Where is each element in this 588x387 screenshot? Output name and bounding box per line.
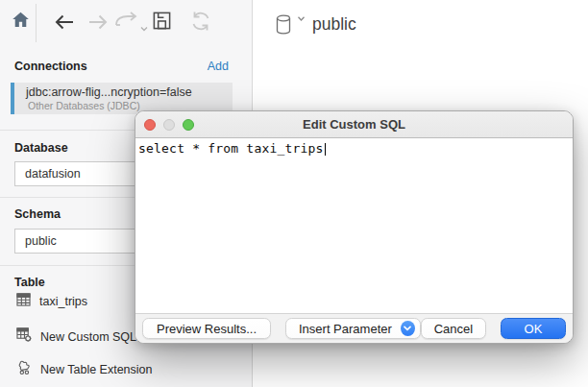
schema-dropdown-caret-icon[interactable] bbox=[298, 14, 305, 23]
connections-header-row: Connections Add bbox=[14, 60, 229, 73]
new-table-extension-label: New Table Extension bbox=[40, 363, 153, 376]
new-table-extension-item[interactable]: New Table Extension bbox=[16, 360, 153, 379]
home-icon[interactable] bbox=[11, 10, 31, 34]
sql-text[interactable]: select * from taxi_trips bbox=[138, 141, 324, 156]
schema-header-label: public bbox=[312, 14, 356, 35]
back-icon[interactable] bbox=[53, 11, 76, 37]
new-custom-sql-label: New Custom SQL bbox=[40, 330, 136, 344]
dialog-title: Edit Custom SQL bbox=[303, 117, 405, 132]
schema-section-label: Schema bbox=[14, 207, 61, 221]
table-section-label: Table bbox=[14, 276, 45, 289]
table-item-taxi-trips[interactable]: taxi_trips bbox=[16, 293, 87, 310]
ok-button[interactable]: OK bbox=[501, 318, 566, 339]
database-cylinder-icon[interactable] bbox=[276, 14, 291, 38]
toolbar bbox=[0, 0, 252, 46]
insert-parameter-button[interactable]: Insert Parameter bbox=[285, 318, 421, 339]
redo-icon[interactable] bbox=[114, 12, 139, 35]
sql-editor-area[interactable]: select * from taxi_trips bbox=[135, 139, 573, 313]
insert-parameter-chevron-icon[interactable] bbox=[401, 321, 415, 336]
app-window: Connections Add jdbc:arrow-flig...ncrypt… bbox=[0, 0, 588, 387]
database-section-label: Database bbox=[14, 141, 68, 155]
dialog-titlebar[interactable]: Edit Custom SQL bbox=[135, 111, 573, 138]
add-connection-link[interactable]: Add bbox=[208, 60, 229, 73]
connection-title: jdbc:arrow-flig...ncryption=false bbox=[26, 85, 233, 100]
preview-results-button[interactable]: Preview Results... bbox=[142, 318, 271, 339]
dialog-footer: Preview Results... Insert Parameter Canc… bbox=[135, 313, 573, 343]
database-select-value: datafusion bbox=[25, 167, 81, 181]
new-custom-sql-icon bbox=[16, 327, 32, 346]
forward-icon[interactable] bbox=[86, 11, 110, 37]
schema-select-value: public bbox=[25, 234, 57, 248]
zoom-window-icon[interactable] bbox=[183, 119, 194, 131]
toolbar-divider bbox=[36, 4, 37, 42]
text-cursor bbox=[325, 143, 326, 156]
minimize-window-icon bbox=[163, 119, 175, 131]
redo-dropdown-caret-icon[interactable] bbox=[140, 18, 148, 36]
new-custom-sql-item[interactable]: New Custom SQL bbox=[16, 327, 136, 346]
table-grid-icon bbox=[16, 293, 31, 310]
edit-custom-sql-dialog: Edit Custom SQL select * from taxi_trips… bbox=[135, 110, 574, 344]
refresh-icon[interactable] bbox=[189, 10, 212, 36]
connections-heading: Connections bbox=[14, 60, 87, 73]
table-item-label: taxi_trips bbox=[39, 295, 87, 308]
schema-header: public bbox=[276, 14, 356, 35]
new-table-extension-icon bbox=[16, 360, 32, 379]
save-icon[interactable] bbox=[152, 11, 172, 35]
cancel-button[interactable]: Cancel bbox=[421, 318, 486, 339]
close-window-icon[interactable] bbox=[144, 119, 156, 131]
insert-parameter-label: Insert Parameter bbox=[299, 322, 392, 336]
